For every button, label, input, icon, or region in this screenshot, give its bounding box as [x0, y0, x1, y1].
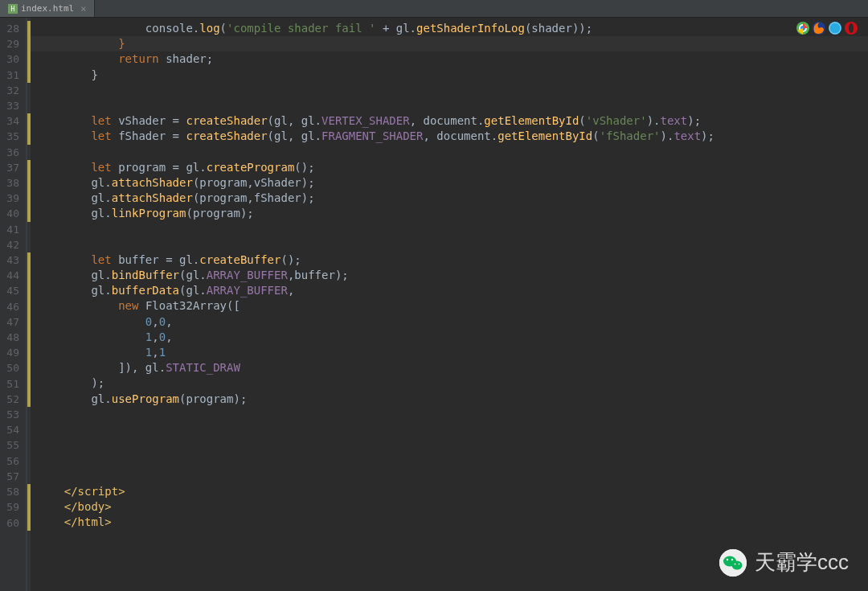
line-number: 47 — [0, 314, 19, 330]
line-number: 42 — [0, 237, 19, 252]
code-line[interactable] — [37, 83, 868, 98]
line-number: 38 — [0, 175, 19, 191]
code-line[interactable] — [37, 98, 868, 113]
code-line[interactable]: console.log('compile shader fail ' + gl.… — [37, 21, 868, 36]
code-line[interactable]: return shader; — [37, 51, 868, 67]
tab-bar: H index.html × — [0, 0, 868, 18]
code-line[interactable] — [37, 407, 868, 422]
code-line[interactable]: 1,1 — [37, 345, 868, 360]
editor-tab-index-html[interactable]: H index.html × — [0, 0, 95, 17]
tab-label: index.html — [21, 3, 74, 14]
line-number: 39 — [0, 191, 19, 206]
line-number: 58 — [0, 484, 19, 499]
line-number: 48 — [0, 330, 19, 345]
code-line[interactable]: gl.bufferData(gl.ARRAY_BUFFER, — [37, 283, 868, 298]
code-line[interactable]: ]), gl.STATIC_DRAW — [37, 360, 868, 376]
code-line[interactable]: </body> — [37, 499, 868, 515]
firefox-icon[interactable] — [812, 21, 826, 35]
browser-preview-icons — [796, 21, 858, 35]
line-number: 51 — [0, 376, 19, 392]
line-number: 29 — [0, 36, 19, 51]
svg-point-15 — [727, 558, 728, 560]
line-number: 30 — [0, 51, 19, 67]
code-line[interactable]: let program = gl.createProgram(); — [37, 160, 868, 175]
line-number: 37 — [0, 160, 19, 175]
line-number: 49 — [0, 345, 19, 360]
line-number: 56 — [0, 454, 19, 469]
html-file-icon: H — [8, 4, 18, 14]
code-line[interactable]: gl.bindBuffer(gl.ARRAY_BUFFER,buffer); — [37, 268, 868, 283]
line-number: 31 — [0, 68, 19, 83]
line-number: 52 — [0, 392, 19, 407]
svg-point-14 — [732, 560, 743, 569]
line-number: 32 — [0, 83, 19, 98]
code-line[interactable]: new Float32Array([ — [37, 298, 868, 314]
line-number: 28 — [0, 21, 19, 36]
wechat-icon — [719, 549, 747, 577]
line-number: 43 — [0, 252, 19, 268]
code-line[interactable] — [37, 422, 868, 437]
code-line[interactable] — [37, 437, 868, 453]
code-line[interactable]: gl.linkProgram(program); — [37, 206, 868, 221]
svg-point-17 — [735, 563, 736, 564]
safari-icon[interactable] — [828, 21, 842, 35]
tab-close-icon[interactable]: × — [80, 3, 86, 14]
code-line[interactable] — [37, 221, 868, 236]
watermark: 天霸学ccc — [719, 548, 849, 577]
line-number: 59 — [0, 499, 19, 515]
line-number: 50 — [0, 360, 19, 376]
code-line[interactable]: 0,0, — [37, 314, 868, 330]
svg-point-11 — [849, 23, 854, 33]
code-line[interactable]: gl.attachShader(program,vShader); — [37, 175, 868, 191]
code-line[interactable]: } — [37, 36, 868, 51]
code-line[interactable]: let vShader = createShader(gl, gl.VERTEX… — [37, 113, 868, 129]
line-number: 55 — [0, 437, 19, 453]
code-line[interactable] — [37, 453, 868, 468]
code-area[interactable]: console.log('compile shader fail ' + gl.… — [31, 18, 868, 591]
code-line[interactable]: 1,0, — [37, 330, 868, 345]
code-line[interactable] — [37, 468, 868, 483]
opera-icon[interactable] — [844, 21, 858, 35]
svg-point-18 — [739, 563, 740, 564]
line-number: 45 — [0, 283, 19, 298]
code-line[interactable]: </html> — [37, 515, 868, 530]
watermark-text: 天霸学ccc — [755, 548, 849, 577]
line-number: 44 — [0, 268, 19, 283]
line-number: 33 — [0, 98, 19, 113]
code-line[interactable]: let buffer = gl.createBuffer(); — [37, 252, 868, 268]
line-number: 57 — [0, 469, 19, 484]
code-line[interactable]: } — [37, 68, 868, 83]
line-number: 35 — [0, 129, 19, 144]
line-number: 46 — [0, 299, 19, 314]
code-editor[interactable]: 2829303132333435363738394041424344454647… — [0, 18, 868, 591]
line-number-gutter: 2829303132333435363738394041424344454647… — [0, 18, 27, 591]
code-line[interactable]: let fShader = createShader(gl, gl.FRAGME… — [37, 129, 868, 144]
line-number: 41 — [0, 222, 19, 237]
line-number: 36 — [0, 145, 19, 160]
line-number: 54 — [0, 422, 19, 437]
svg-text:H: H — [11, 6, 15, 13]
code-line[interactable]: gl.useProgram(program); — [37, 392, 868, 407]
chrome-icon[interactable] — [796, 21, 810, 35]
line-number: 53 — [0, 407, 19, 422]
line-number: 34 — [0, 113, 19, 129]
line-number: 60 — [0, 515, 19, 531]
code-line[interactable] — [37, 237, 868, 252]
code-line[interactable]: gl.attachShader(program,fShader); — [37, 191, 868, 206]
svg-point-16 — [731, 558, 733, 560]
line-number: 40 — [0, 206, 19, 221]
code-line[interactable]: </script> — [37, 484, 868, 499]
code-line[interactable] — [37, 145, 868, 160]
code-line[interactable]: ); — [37, 376, 868, 391]
